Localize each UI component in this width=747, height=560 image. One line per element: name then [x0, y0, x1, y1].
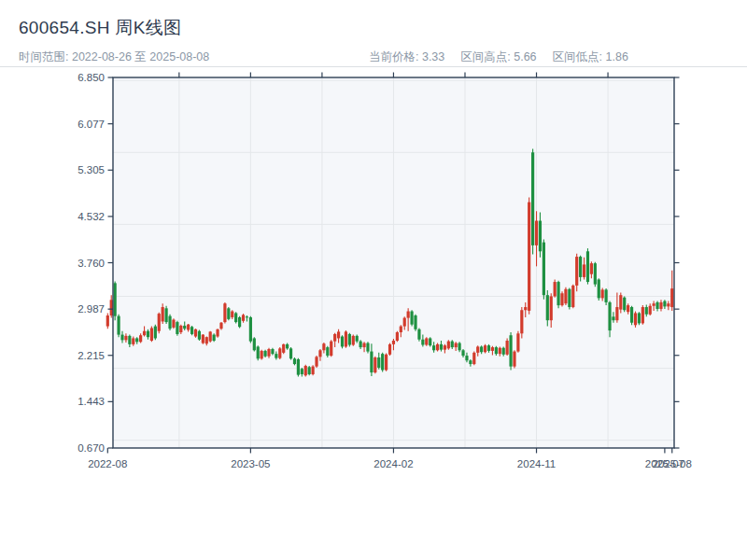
- candle-body: [583, 264, 585, 276]
- candle-body: [605, 289, 608, 301]
- candle-body: [114, 283, 117, 315]
- candle-body: [179, 326, 182, 332]
- candle-body: [495, 347, 498, 354]
- candle-body: [257, 346, 260, 358]
- candle-body: [571, 286, 574, 307]
- candle-body: [312, 367, 315, 374]
- candle-body: [560, 293, 563, 305]
- candle-body: [638, 313, 641, 323]
- candle-body: [484, 345, 486, 352]
- candle-body: [275, 354, 277, 357]
- figure: 6.8506.0775.3054.5323.7602.9872.2151.443…: [0, 0, 747, 560]
- y-tick-label: 3.760: [78, 258, 105, 269]
- candle-body: [106, 315, 109, 327]
- candle-body: [429, 338, 431, 345]
- candle-body: [370, 352, 373, 372]
- candle-body: [487, 345, 490, 351]
- candle-body: [425, 338, 428, 344]
- candle-body: [132, 338, 134, 343]
- candle-body: [183, 326, 186, 329]
- candle-body: [330, 342, 332, 356]
- candle-body: [366, 343, 369, 352]
- candle-body: [194, 329, 197, 337]
- candle-body: [168, 316, 171, 329]
- candle-body: [333, 334, 336, 342]
- candle-body: [154, 327, 157, 339]
- y-tick-label: 4.532: [78, 211, 105, 222]
- candle-body: [213, 335, 216, 341]
- candle-body: [476, 346, 479, 352]
- candle-body: [509, 335, 512, 366]
- candle-body: [345, 331, 347, 346]
- candle-body: [362, 343, 365, 347]
- candle-body: [165, 308, 168, 322]
- candle-body: [172, 320, 175, 328]
- candle-body: [205, 337, 208, 343]
- candle-body: [403, 318, 406, 327]
- candle-body: [117, 316, 120, 335]
- candle-body: [238, 317, 241, 327]
- candle-body: [502, 348, 505, 355]
- candle-body: [499, 348, 501, 354]
- candle-body: [198, 331, 201, 340]
- candle-body: [227, 308, 230, 319]
- candle-body: [554, 282, 557, 296]
- candle-body: [465, 356, 468, 360]
- candle-body: [223, 303, 226, 322]
- y-tick-label: 2.215: [78, 350, 105, 361]
- candle-body: [575, 257, 578, 286]
- candle-body: [359, 342, 362, 347]
- y-tick-label: 6.850: [78, 72, 105, 83]
- candle-body: [120, 335, 123, 341]
- x-tick-label: 2022-08: [88, 458, 127, 469]
- candle-body: [304, 366, 307, 375]
- candle-body: [253, 338, 256, 350]
- candle-body: [594, 263, 597, 284]
- candle-body: [506, 341, 509, 355]
- range-high-stat: 区间高点: 5.66: [460, 49, 536, 65]
- candle-body: [586, 251, 589, 282]
- y-tick-label: 5.305: [78, 164, 105, 175]
- candle-body: [297, 359, 300, 375]
- candle-body: [392, 341, 395, 344]
- candle-body: [246, 316, 248, 317]
- candle-body: [598, 279, 600, 298]
- candle-body: [400, 327, 402, 332]
- candle-body: [202, 335, 204, 343]
- candle-body: [301, 369, 303, 374]
- x-tick-label: 2024-11: [517, 458, 556, 469]
- candle-body: [187, 325, 190, 330]
- x-tick-label: 2023-05: [231, 458, 270, 469]
- candle-body: [124, 336, 127, 340]
- candle-body: [385, 355, 388, 371]
- candle-body: [249, 317, 252, 342]
- candle-body: [139, 335, 142, 342]
- candle-body: [219, 323, 222, 329]
- candle-body: [546, 295, 549, 320]
- candle-body: [516, 333, 519, 351]
- candle-body: [612, 316, 614, 320]
- candle-body: [421, 340, 424, 345]
- candle-body: [667, 303, 669, 306]
- x-tick-label: 2025-08: [653, 458, 692, 469]
- candle-body: [659, 302, 662, 309]
- candle-body: [601, 289, 604, 298]
- candle-body: [147, 331, 149, 337]
- candle-body: [234, 313, 237, 322]
- candle-body: [535, 221, 538, 245]
- candle-body: [524, 307, 527, 310]
- candle-body: [278, 348, 281, 357]
- candle-body: [455, 343, 458, 347]
- candle-body: [162, 307, 164, 321]
- candle-body: [579, 257, 582, 277]
- candle-body: [472, 353, 475, 364]
- candle-body: [308, 367, 311, 374]
- candle-body: [158, 314, 161, 331]
- candle-body: [627, 305, 629, 312]
- candle-body: [410, 312, 413, 325]
- candle-body: [407, 312, 410, 318]
- candle-body: [461, 350, 464, 356]
- candle-body: [432, 345, 435, 350]
- candle-body: [396, 332, 399, 341]
- candle-body: [608, 302, 611, 330]
